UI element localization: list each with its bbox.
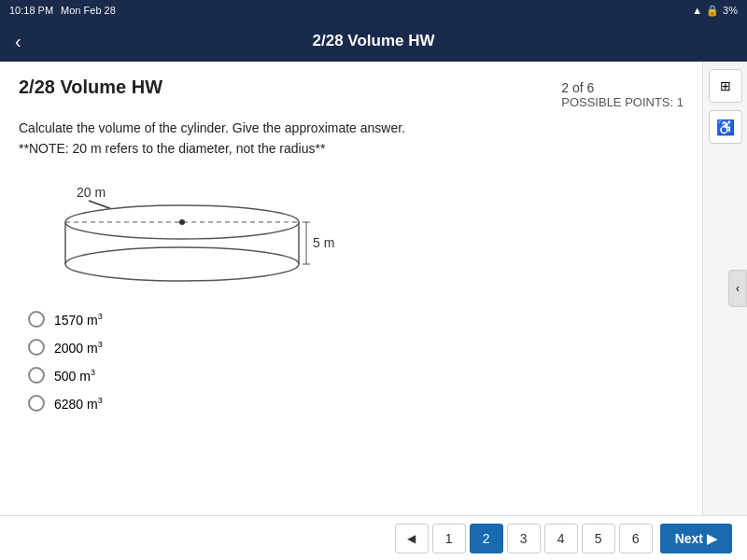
svg-point-2: [65, 247, 299, 281]
question-counter: 2 of 6: [561, 80, 684, 95]
right-sidebar: ⊞ ♿ ‹: [702, 62, 747, 515]
status-left: 10:18 PM Mon Feb 28: [9, 5, 116, 16]
page-1-label: 1: [445, 531, 453, 546]
page-5-button[interactable]: 5: [582, 524, 615, 553]
accessibility-icon: ♿: [716, 119, 735, 136]
radio-4[interactable]: [28, 395, 45, 412]
radio-1[interactable]: [28, 311, 45, 328]
page-1-button[interactable]: 1: [432, 524, 466, 553]
choice-4-label: 6280 m3: [54, 396, 103, 412]
chevron-left-icon: ‹: [736, 282, 740, 295]
nav-bar: ‹ 2/28 Volume HW: [0, 21, 747, 62]
choice-4[interactable]: 6280 m3: [28, 395, 684, 412]
accessibility-button[interactable]: ♿: [709, 110, 742, 144]
next-arrow-icon: ▶: [707, 531, 717, 546]
choice-2-label: 2000 m3: [54, 340, 103, 356]
answer-choices: 1570 m3 2000 m3 500 m3 6280 m3: [28, 311, 684, 412]
page-4-label: 4: [557, 531, 565, 546]
possible-points: POSSIBLE POINTS: 1: [561, 95, 684, 109]
back-button[interactable]: ‹: [15, 31, 21, 52]
rubric-button[interactable]: ⊞: [709, 69, 742, 103]
diagram-container: 20 m: [37, 171, 355, 292]
choice-3[interactable]: 500 m3: [28, 367, 684, 384]
page-2-label: 2: [483, 531, 490, 546]
content-header: 2/28 Volume HW 2 of 6 POSSIBLE POINTS: 1: [19, 77, 684, 109]
battery-icon: 🔒: [706, 5, 719, 17]
status-bar: 10:18 PM Mon Feb 28 ▲ 🔒 3%: [0, 0, 747, 21]
main-area: 2/28 Volume HW 2 of 6 POSSIBLE POINTS: 1…: [0, 62, 747, 515]
question-note: **NOTE: 20 m refers to the diameter, not…: [19, 141, 684, 156]
sidebar-collapse-button[interactable]: ‹: [728, 270, 747, 307]
status-right: ▲ 🔒 3%: [692, 5, 738, 17]
question-instruction: Calculate the volume of the cylinder. Gi…: [19, 120, 684, 135]
battery-level: 3%: [723, 5, 738, 16]
prev-arrow-button[interactable]: ◀: [395, 524, 429, 553]
page-title: 2/28 Volume HW: [19, 77, 162, 98]
wifi-icon: ▲: [692, 5, 702, 16]
page-2-button[interactable]: 2: [470, 524, 503, 553]
header-left: 2/28 Volume HW: [19, 77, 162, 98]
rubric-icon: ⊞: [720, 78, 731, 93]
date: Mon Feb 28: [61, 5, 116, 16]
height-label: 5 m: [313, 235, 334, 250]
page-5-label: 5: [595, 531, 602, 546]
page-4-button[interactable]: 4: [544, 524, 578, 553]
choice-3-label: 500 m3: [54, 368, 95, 384]
choice-1-label: 1570 m3: [54, 312, 103, 328]
header-right: 2 of 6 POSSIBLE POINTS: 1: [561, 77, 684, 109]
page-3-button[interactable]: 3: [507, 524, 541, 553]
page-6-label: 6: [632, 531, 640, 546]
next-button[interactable]: Next ▶: [660, 524, 732, 553]
nav-title: 2/28 Volume HW: [313, 32, 435, 50]
choice-1[interactable]: 1570 m3: [28, 311, 684, 328]
radio-3[interactable]: [28, 367, 45, 384]
diameter-label: 20 m: [77, 185, 106, 200]
page-6-button[interactable]: 6: [619, 524, 653, 553]
bottom-nav: ◀ 1 2 3 4 5 6 Next ▶: [0, 515, 747, 560]
page-3-label: 3: [520, 531, 528, 546]
choice-2[interactable]: 2000 m3: [28, 339, 684, 356]
time: 10:18 PM: [9, 5, 53, 16]
next-label: Next: [675, 531, 703, 546]
cylinder-diagram: 20 m: [37, 171, 355, 292]
svg-point-7: [179, 219, 185, 225]
radio-2[interactable]: [28, 339, 45, 356]
content-panel: 2/28 Volume HW 2 of 6 POSSIBLE POINTS: 1…: [0, 62, 702, 515]
